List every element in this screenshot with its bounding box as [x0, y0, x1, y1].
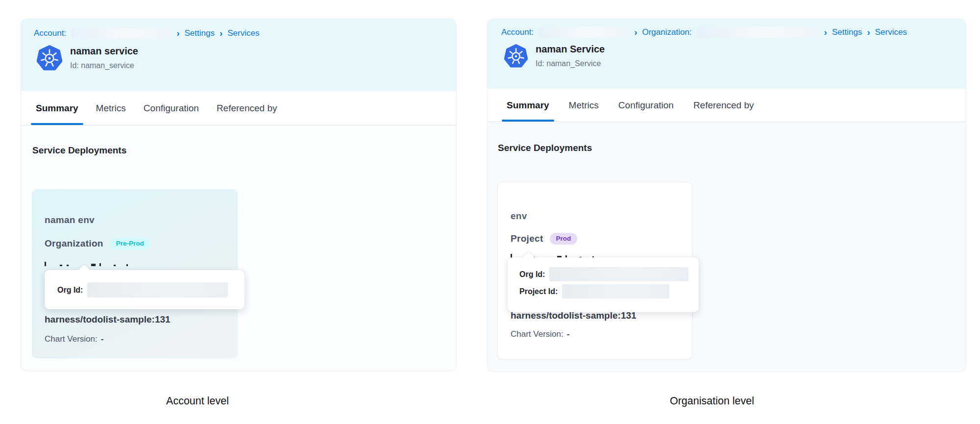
tooltip-rows: Org Id: — [45, 270, 245, 309]
artifact-name: harness/todolist-sample:131 — [45, 314, 171, 325]
service-identity: naman service Id: naman_service — [37, 45, 456, 71]
service-header: Account: › Organization: › Settings › Se… — [488, 19, 966, 89]
tab-bar: Summary Metrics Configuration Referenced… — [21, 91, 456, 125]
id-tooltip: Org Id: — [45, 270, 245, 309]
org-id-row: Org Id: — [519, 267, 699, 281]
org-id-label: Org Id: — [57, 286, 83, 295]
summary-content: Service Deployments env Project Prod har… — [488, 122, 966, 372]
redacted-org-id — [87, 282, 228, 298]
id-tooltip: Org Id: Project Id: — [508, 257, 699, 312]
project-id-label: Project Id: — [519, 287, 558, 296]
tab-summary[interactable]: Summary — [505, 89, 551, 122]
org-id-row: Org Id: — [57, 282, 245, 298]
scope-label: Project — [511, 233, 543, 244]
chevron-right-icon: › — [176, 28, 179, 38]
tooltip-rows: Org Id: Project Id: — [508, 257, 699, 312]
tab-configuration[interactable]: Configuration — [617, 89, 675, 122]
chart-version-row: Chart Version:- — [45, 334, 103, 344]
kubernetes-icon — [37, 45, 62, 71]
chevron-right-icon: › — [634, 27, 637, 37]
chart-version-label: Chart Version: — [45, 334, 98, 344]
redacted-org-id — [549, 267, 688, 281]
obscured-text-fragments — [45, 262, 128, 266]
service-id: Id: naman_service — [70, 61, 138, 70]
tab-referenced-by[interactable]: Referenced by — [692, 89, 756, 122]
service-identity: naman Service Id: naman_Service — [504, 44, 966, 68]
project-id-row: Project Id: — [519, 284, 699, 299]
breadcrumb: Account: › Settings › Services — [34, 28, 456, 39]
service-text: naman Service Id: naman_Service — [536, 44, 605, 68]
breadcrumb-services-link[interactable]: Services — [875, 27, 907, 37]
figure-caption-organisation: Organisation level — [631, 395, 793, 407]
breadcrumb-settings-link[interactable]: Settings — [184, 28, 214, 38]
tab-bar: Summary Metrics Configuration Referenced… — [488, 89, 966, 122]
scope-row: Project Prod — [511, 233, 577, 245]
tab-metrics[interactable]: Metrics — [95, 91, 127, 125]
chart-version-row: Chart Version:- — [511, 329, 569, 339]
org-level-panel: Account: › Organization: › Settings › Se… — [487, 19, 966, 372]
chart-version-value: - — [567, 329, 570, 339]
tab-metrics[interactable]: Metrics — [567, 89, 600, 122]
redacted-project-id — [562, 284, 669, 299]
breadcrumb-settings-link[interactable]: Settings — [832, 27, 862, 37]
redacted-account-id — [539, 27, 629, 38]
scope-row: Organization Pre-Prod — [45, 238, 150, 249]
summary-content: Service Deployments naman env Organizati… — [21, 125, 456, 371]
breadcrumb-services-link[interactable]: Services — [227, 28, 259, 38]
scope-label: Organization — [45, 238, 103, 249]
redacted-org-id — [697, 27, 819, 38]
chart-version-label: Chart Version: — [511, 329, 564, 339]
chevron-right-icon: › — [867, 27, 870, 37]
breadcrumb-account-link[interactable]: Account: — [34, 28, 66, 38]
chart-version-value: - — [101, 334, 104, 344]
env-type-badge: Prod — [550, 233, 578, 245]
service-header: Account: › Settings › Services — [21, 19, 456, 91]
breadcrumb-account-link[interactable]: Account: — [501, 27, 534, 37]
redacted-account-id — [71, 28, 172, 39]
service-name: naman Service — [536, 44, 605, 55]
env-type-badge: Pre-Prod — [110, 238, 150, 249]
service-name: naman service — [70, 46, 138, 57]
kubernetes-icon — [504, 44, 528, 68]
environment-name: env — [511, 211, 527, 222]
breadcrumb-organization-link[interactable]: Organization: — [642, 27, 691, 37]
tab-referenced-by[interactable]: Referenced by — [215, 91, 279, 125]
org-id-label: Org Id: — [519, 270, 545, 279]
section-title: Service Deployments — [32, 145, 126, 156]
chevron-right-icon: › — [220, 28, 222, 38]
section-title: Service Deployments — [498, 143, 592, 153]
service-id: Id: naman_Service — [536, 59, 605, 68]
account-level-panel: Account: › Settings › Services — [21, 19, 457, 371]
tab-configuration[interactable]: Configuration — [142, 91, 200, 125]
tab-summary[interactable]: Summary — [34, 91, 80, 125]
breadcrumb: Account: › Organization: › Settings › Se… — [501, 27, 966, 38]
service-text: naman service Id: naman_service — [70, 46, 138, 70]
environment-name: naman env — [45, 215, 95, 225]
figure-caption-account: Account level — [119, 395, 276, 407]
figure-canvas: Account: › Settings › Services — [0, 0, 980, 424]
chevron-right-icon: › — [824, 27, 827, 37]
